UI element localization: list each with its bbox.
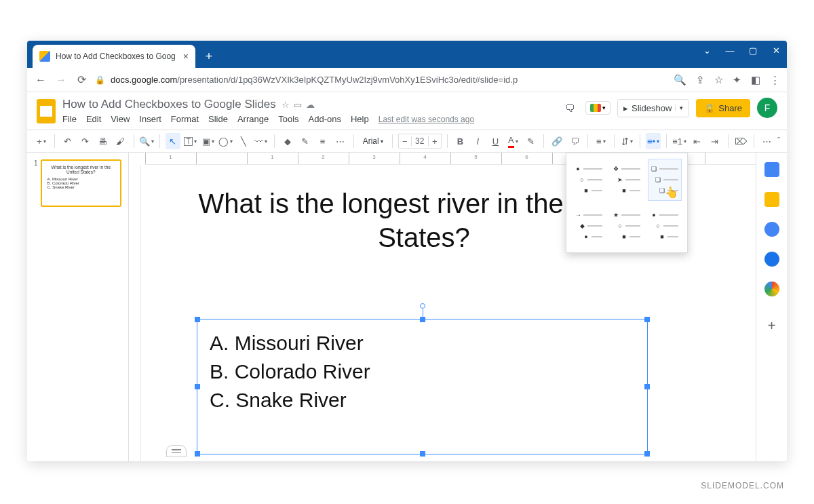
resize-handle[interactable] — [195, 384, 200, 389]
shape-tool-icon[interactable]: ◯ — [218, 133, 233, 149]
border-weight-icon[interactable]: ≡ — [315, 133, 330, 149]
bold-icon[interactable]: B — [452, 133, 467, 149]
increase-indent-icon[interactable]: ⇥ — [708, 133, 722, 149]
account-avatar[interactable]: F — [757, 98, 777, 118]
undo-icon[interactable]: ↶ — [60, 133, 75, 149]
underline-icon[interactable]: U — [488, 133, 503, 149]
textbox-tool-icon[interactable]: 🅃 — [183, 133, 198, 149]
bullet-style-option[interactable]: →◆● — [572, 205, 606, 247]
document-title[interactable]: How to Add Checkboxes to Google Slides — [62, 98, 276, 111]
numbered-list-icon[interactable]: ≡1 — [672, 133, 687, 149]
decrease-size-icon[interactable]: − — [399, 136, 411, 147]
highlight-icon[interactable]: ✎ — [523, 133, 538, 149]
slide-thumbnail[interactable]: What is the longest river in the United … — [41, 159, 121, 207]
list-item[interactable]: B. Colorado River — [210, 357, 635, 386]
bullet-style-option[interactable]: ★○■ — [610, 205, 644, 247]
star-icon[interactable]: ☆ — [282, 100, 290, 110]
browser-tab[interactable]: How to Add Checkboxes to Goog × — [33, 45, 195, 68]
line-style-icon[interactable]: 〰 — [254, 133, 269, 149]
paint-format-icon[interactable]: 🖌 — [113, 133, 128, 149]
calendar-icon[interactable] — [764, 162, 779, 177]
menu-view[interactable]: View — [111, 114, 130, 124]
cloud-status-icon[interactable]: ☁ — [306, 100, 315, 110]
menu-file[interactable]: File — [62, 114, 77, 124]
keep-icon[interactable] — [764, 192, 779, 207]
italic-icon[interactable]: I — [470, 133, 485, 149]
image-tool-icon[interactable]: ▣ — [201, 133, 216, 149]
resize-handle[interactable] — [644, 384, 650, 389]
line-spacing-icon[interactable]: ⇵ — [619, 133, 634, 149]
contacts-icon[interactable] — [764, 252, 779, 267]
maps-icon[interactable] — [764, 282, 779, 296]
more-tools-icon[interactable]: ⋯ — [760, 133, 775, 149]
link-icon[interactable]: 🔗 — [549, 133, 564, 149]
menu-tools[interactable]: Tools — [278, 114, 298, 124]
resize-handle[interactable] — [644, 317, 650, 322]
sidepanel-icon[interactable]: ◧ — [751, 74, 760, 86]
border-color-icon[interactable]: ✎ — [298, 133, 313, 149]
bullet-style-option[interactable]: ❑❑❑👆 — [648, 159, 682, 201]
resize-handle[interactable] — [195, 451, 200, 457]
last-edit-link[interactable]: Last edit was seconds ago — [379, 115, 474, 124]
bullet-style-option[interactable]: ●○■ — [572, 159, 606, 201]
rotate-handle[interactable] — [420, 303, 425, 309]
slide-canvas[interactable]: 1 1 2 3 4 5 6 7 What is the longest rive… — [129, 153, 756, 461]
bulleted-list-icon[interactable]: ≡• — [646, 133, 661, 149]
resize-handle[interactable] — [420, 451, 425, 457]
collapse-toolbar-icon[interactable]: ˆ — [777, 136, 780, 146]
move-icon[interactable]: ▭ — [294, 100, 302, 110]
meet-button[interactable]: ▾ — [585, 101, 610, 115]
bullet-style-option[interactable]: ❖➤■ — [610, 159, 644, 201]
menu-insert[interactable]: Insert — [139, 114, 161, 124]
print-icon[interactable]: 🖶 — [96, 133, 111, 149]
chevron-down-icon[interactable]: ⌄ — [701, 45, 712, 56]
back-icon[interactable]: ← — [34, 74, 47, 86]
fill-color-icon[interactable]: ◆ — [280, 133, 295, 149]
font-selector[interactable]: Arial — [359, 133, 387, 149]
text-color-icon[interactable]: A — [505, 133, 520, 149]
border-dash-icon[interactable]: ⋯ — [333, 133, 348, 149]
clear-format-icon[interactable]: ⌦ — [733, 133, 748, 149]
google-slides-logo[interactable] — [37, 99, 56, 123]
menu-slide[interactable]: Slide — [208, 114, 228, 124]
resize-handle[interactable] — [195, 317, 200, 322]
select-tool-icon[interactable]: ↖ — [166, 133, 180, 149]
forward-icon[interactable]: → — [54, 74, 68, 86]
selected-textbox[interactable]: A. Missouri River B. Colorado River C. S… — [197, 319, 648, 454]
speaker-notes-toggle[interactable] — [166, 445, 187, 457]
redo-icon[interactable]: ↷ — [78, 133, 93, 149]
zoom-icon[interactable]: 🔍 — [674, 74, 686, 86]
menu-edit[interactable]: Edit — [86, 114, 101, 124]
font-size-value[interactable]: 32 — [411, 136, 429, 146]
new-tab-button[interactable]: + — [199, 47, 218, 66]
font-size-control[interactable]: − 32 + — [398, 134, 442, 149]
address-field[interactable]: 🔒 docs.google.com/presentation/d/1pq36Wz… — [95, 75, 667, 85]
decrease-indent-icon[interactable]: ⇤ — [690, 133, 705, 149]
resize-handle[interactable] — [644, 451, 650, 457]
minimize-icon[interactable]: — — [724, 45, 735, 56]
share-url-icon[interactable]: ⇪ — [696, 74, 705, 86]
bookmark-icon[interactable]: ☆ — [714, 74, 723, 86]
zoom-tool[interactable]: 🔍 — [139, 133, 154, 149]
share-button[interactable]: 🔒Share — [696, 99, 750, 117]
comment-add-icon[interactable]: 🗩 — [567, 133, 582, 149]
extensions-icon[interactable]: ✦ — [733, 74, 741, 86]
close-window-icon[interactable]: ✕ — [771, 45, 781, 56]
tasks-icon[interactable] — [764, 222, 779, 237]
line-tool-icon[interactable]: ╲ — [236, 133, 251, 149]
new-slide-button[interactable]: + — [34, 133, 49, 149]
menu-help[interactable]: Help — [351, 114, 369, 124]
menu-arrange[interactable]: Arrange — [237, 114, 269, 124]
list-item[interactable]: C. Snake River — [210, 386, 635, 414]
slideshow-button[interactable]: ▸Slideshow▾ — [617, 99, 689, 117]
kebab-menu-icon[interactable]: ⋮ — [770, 74, 780, 86]
maximize-icon[interactable]: ▢ — [748, 45, 758, 56]
increase-size-icon[interactable]: + — [429, 136, 441, 147]
list-item[interactable]: A. Missouri River — [210, 329, 635, 357]
bullet-style-option[interactable]: ●○■ — [648, 205, 682, 247]
add-addons-icon[interactable]: + — [768, 318, 776, 334]
close-tab-icon[interactable]: × — [183, 51, 189, 62]
comments-icon[interactable]: 🗨 — [561, 99, 579, 117]
menu-addons[interactable]: Add-ons — [309, 114, 341, 124]
align-icon[interactable]: ≡ — [594, 133, 608, 149]
